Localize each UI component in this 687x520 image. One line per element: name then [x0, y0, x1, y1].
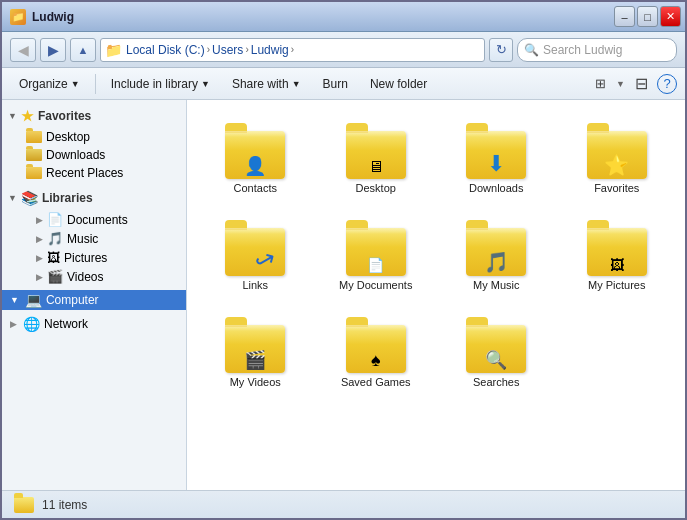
- refresh-button[interactable]: ↻: [489, 38, 513, 62]
- favorites-overlay-icon: ⭐: [604, 155, 629, 175]
- downloads-label: Downloads: [46, 148, 105, 162]
- libraries-expand-icon: ▼: [8, 193, 17, 203]
- my-documents-overlay-icon: 📄: [367, 258, 384, 272]
- sidebar-item-computer[interactable]: ▼ 💻 Computer: [2, 290, 186, 310]
- crumb-ludwig[interactable]: Ludwig: [251, 43, 289, 57]
- sidebar-favorites-header[interactable]: ▼ ★ Favorites: [2, 104, 186, 128]
- forward-button[interactable]: ▶: [40, 38, 66, 62]
- my-videos-label: My Videos: [230, 376, 281, 388]
- pictures-arrow-icon: ▶: [36, 253, 43, 263]
- include-library-label: Include in library: [111, 77, 198, 91]
- favorites-expand-icon: ▼: [8, 111, 17, 121]
- links-label: Links: [242, 279, 268, 291]
- search-box[interactable]: 🔍 Search Ludwig: [517, 38, 677, 62]
- include-library-button[interactable]: Include in library ▼: [102, 72, 219, 96]
- breadcrumb: Local Disk (C:) › Users › Ludwig ›: [126, 43, 294, 57]
- folder-item-favorites[interactable]: ⭐ Favorites: [559, 110, 676, 203]
- folder-item-saved-games[interactable]: ♠ Saved Games: [318, 304, 435, 397]
- my-music-folder: 🎵: [466, 228, 526, 276]
- address-folder-icon: 📁: [105, 42, 122, 58]
- sidebar-libraries-header[interactable]: ▼ 📚 Libraries: [2, 186, 186, 210]
- sidebar-item-music[interactable]: ▶ 🎵 Music: [2, 229, 186, 248]
- favorites-folder: ⭐: [587, 131, 647, 179]
- folder-item-my-videos[interactable]: 🎬 My Videos: [197, 304, 314, 397]
- toolbar-separator-1: [95, 74, 96, 94]
- documents-icon: 📄: [47, 212, 63, 227]
- back-button[interactable]: ◀: [10, 38, 36, 62]
- crumb-local-disk[interactable]: Local Disk (C:): [126, 43, 205, 57]
- my-pictures-folder: 🖼: [587, 228, 647, 276]
- pictures-icon: 🖼: [47, 250, 60, 265]
- documents-label: Documents: [67, 213, 128, 227]
- main-layout: ▼ ★ Favorites Desktop Downloads Recent P…: [2, 100, 685, 490]
- folder-item-contacts[interactable]: 👤 Contacts: [197, 110, 314, 203]
- burn-button[interactable]: Burn: [314, 72, 357, 96]
- title-bar-left: 📁 Ludwig: [10, 9, 74, 25]
- status-bar: 11 items: [2, 490, 685, 518]
- searches-overlay-icon: 🔍: [485, 351, 507, 369]
- favorites-icon-wrap: ⭐: [585, 119, 649, 179]
- music-icon: 🎵: [47, 231, 63, 246]
- favorites-label: Favorites: [38, 109, 91, 123]
- contacts-label: Contacts: [234, 182, 277, 194]
- saved-games-label: Saved Games: [341, 376, 411, 388]
- organize-label: Organize: [19, 77, 68, 91]
- folder-grid: 👤 Contacts 🖥 Desktop ⬇: [197, 110, 675, 397]
- computer-icon: 💻: [25, 292, 42, 308]
- sidebar-item-videos[interactable]: ▶ 🎬 Videos: [2, 267, 186, 286]
- share-with-arrow-icon: ▼: [292, 79, 301, 89]
- sidebar-section-favorites: ▼ ★ Favorites Desktop Downloads Recent P…: [2, 104, 186, 182]
- pictures-label: Pictures: [64, 251, 107, 265]
- music-label: Music: [67, 232, 98, 246]
- share-with-button[interactable]: Share with ▼: [223, 72, 310, 96]
- sidebar-item-network[interactable]: ▶ 🌐 Network: [2, 314, 186, 334]
- downloads-overlay-icon: ⬇: [487, 153, 505, 175]
- folder-item-my-music[interactable]: 🎵 My Music: [438, 207, 555, 300]
- maximize-button[interactable]: □: [637, 6, 658, 27]
- desktop-folder-label: Desktop: [356, 182, 396, 194]
- sidebar-section-network: ▶ 🌐 Network: [2, 314, 186, 334]
- crumb-users[interactable]: Users: [212, 43, 243, 57]
- computer-label: Computer: [46, 293, 99, 307]
- view-arrow-icon: ▼: [616, 79, 625, 89]
- my-documents-folder: 📄: [346, 228, 406, 276]
- help-button[interactable]: ?: [657, 74, 677, 94]
- sidebar-item-documents[interactable]: ▶ 📄 Documents: [2, 210, 186, 229]
- my-pictures-overlay-icon: 🖼: [610, 258, 624, 272]
- address-bar[interactable]: 📁 Local Disk (C:) › Users › Ludwig ›: [100, 38, 485, 62]
- minimize-button[interactable]: –: [614, 6, 635, 27]
- links-overlay-icon: ↩: [251, 245, 280, 276]
- folder-item-downloads[interactable]: ⬇ Downloads: [438, 110, 555, 203]
- sidebar-item-pictures[interactable]: ▶ 🖼 Pictures: [2, 248, 186, 267]
- up-button[interactable]: ▲: [70, 38, 96, 62]
- my-videos-overlay-icon: 🎬: [244, 351, 266, 369]
- videos-arrow-icon: ▶: [36, 272, 43, 282]
- folder-item-links[interactable]: ↩ Links: [197, 207, 314, 300]
- saved-games-folder: ♠: [346, 325, 406, 373]
- computer-expand-icon: ▼: [10, 295, 19, 305]
- search-icon: 🔍: [524, 43, 539, 57]
- my-videos-icon-wrap: 🎬: [223, 313, 287, 373]
- sidebar-item-recent-places[interactable]: Recent Places: [2, 164, 186, 182]
- organize-button[interactable]: Organize ▼: [10, 72, 89, 96]
- content-area: 👤 Contacts 🖥 Desktop ⬇: [187, 100, 685, 490]
- title-bar: 📁 Ludwig – □ ✕: [2, 2, 685, 32]
- downloads-folder-label: Downloads: [469, 182, 523, 194]
- folder-item-searches[interactable]: 🔍 Searches: [438, 304, 555, 397]
- folder-item-desktop[interactable]: 🖥 Desktop: [318, 110, 435, 203]
- close-button[interactable]: ✕: [660, 6, 681, 27]
- my-pictures-icon-wrap: 🖼: [585, 216, 649, 276]
- desktop-folder-icon: [26, 131, 42, 143]
- downloads-folder-icon: [26, 149, 42, 161]
- sidebar-item-desktop[interactable]: Desktop: [2, 128, 186, 146]
- new-folder-button[interactable]: New folder: [361, 72, 436, 96]
- sidebar: ▼ ★ Favorites Desktop Downloads Recent P…: [2, 100, 187, 490]
- searches-label: Searches: [473, 376, 519, 388]
- contacts-folder: 👤: [225, 131, 285, 179]
- preview-pane-button[interactable]: ⊟: [629, 72, 653, 96]
- folder-item-my-documents[interactable]: 📄 My Documents: [318, 207, 435, 300]
- downloads-folder: ⬇: [466, 131, 526, 179]
- sidebar-item-downloads[interactable]: Downloads: [2, 146, 186, 164]
- view-options-button[interactable]: ⊞: [588, 72, 612, 96]
- folder-item-my-pictures[interactable]: 🖼 My Pictures: [559, 207, 676, 300]
